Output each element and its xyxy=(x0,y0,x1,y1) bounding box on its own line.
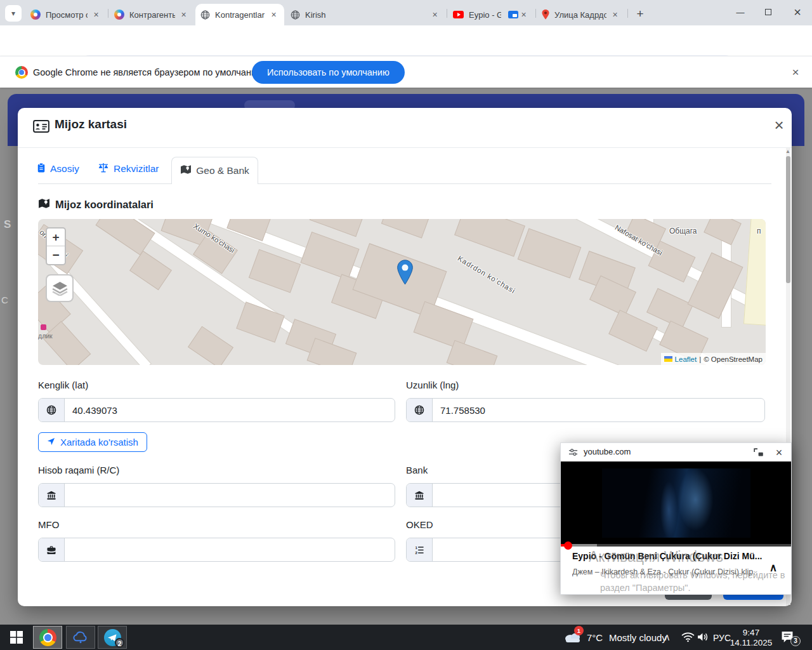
close-icon: × xyxy=(794,5,801,20)
expand-icon xyxy=(754,448,764,457)
minus-icon: − xyxy=(52,248,59,262)
modal-scrollbar-thumb[interactable] xyxy=(786,156,790,283)
show-on-map-button[interactable]: Xaritada ko'rsatish xyxy=(38,432,147,452)
pip-close-button[interactable]: × xyxy=(772,446,786,459)
start-button[interactable] xyxy=(5,626,28,649)
leaflet-map[interactable]: Xumo ko'chasi Kadrdon ko'chasi Nafosat k… xyxy=(38,219,766,365)
tab-deal-view[interactable]: Просмотр сделки × xyxy=(25,4,107,25)
pip-indicator-icon xyxy=(508,11,518,18)
mfo-input-group xyxy=(38,538,395,562)
pip-video[interactable] xyxy=(561,461,791,545)
weather-condition[interactable]: Mostly cloudy xyxy=(609,632,667,643)
lat-label: Kenglik (lat) xyxy=(38,380,88,390)
taskbar-cloud-app-button[interactable] xyxy=(66,626,95,649)
speaker-icon[interactable] xyxy=(697,632,709,644)
video-thumbnail xyxy=(602,468,750,538)
clock-date[interactable]: 14.11.2025 xyxy=(726,638,776,647)
section-title: Mijoz koordinatalari xyxy=(38,198,154,211)
browser-tabstrip: ▾ Просмотр сделки × Контрагенты - Sm × K… xyxy=(0,0,812,25)
weather-temp[interactable]: 7°C xyxy=(587,632,603,643)
poi-icon xyxy=(41,324,46,330)
tab-maps[interactable]: Улица Кадрдон, 2 × xyxy=(537,4,625,25)
lat-input[interactable] xyxy=(65,399,395,421)
chevron-down-icon: ▾ xyxy=(11,9,15,18)
tab-rekvizitlar[interactable]: Rekvizitlar xyxy=(98,162,159,175)
osm-link[interactable]: © OpenStreetMap xyxy=(704,355,763,363)
chevron-up-icon: ∧ xyxy=(769,562,777,574)
id-card-icon xyxy=(33,120,49,135)
close-icon[interactable]: × xyxy=(518,10,529,20)
pip-collapse-button[interactable]: ∧ xyxy=(765,560,782,576)
lng-input[interactable] xyxy=(433,399,764,421)
tab-title: Kirish xyxy=(305,10,426,20)
background-text-fragment: S xyxy=(4,218,11,231)
plus-icon: + xyxy=(52,230,59,244)
map-layers-button[interactable] xyxy=(46,274,74,302)
tab-title: Улица Кадрдон, 2 xyxy=(554,10,606,20)
window-maximize-button[interactable] xyxy=(755,0,782,24)
tab-youtube[interactable]: Eypio - Gömün × xyxy=(448,4,534,25)
close-icon[interactable]: × xyxy=(268,10,279,20)
modal-title: Mijoz kartasi xyxy=(55,117,127,131)
chrome-logo-icon xyxy=(15,66,28,79)
clock-time[interactable]: 9:47 xyxy=(728,628,774,637)
globe-favicon-icon xyxy=(291,10,300,20)
bank-icon xyxy=(39,484,65,507)
pip-progress-knob[interactable] xyxy=(564,541,572,550)
svg-text:2: 2 xyxy=(415,550,417,555)
bank-label: Bank xyxy=(406,465,428,475)
tune-icon xyxy=(568,448,578,460)
wifi-icon[interactable] xyxy=(681,632,695,645)
pip-expand-button[interactable] xyxy=(752,446,766,459)
cloud-app-icon xyxy=(72,631,89,644)
lng-label: Uzunlik (lng) xyxy=(406,380,459,390)
svg-text:1: 1 xyxy=(415,545,417,550)
tab-asosiy[interactable]: Asosiy xyxy=(37,162,79,175)
zoom-out-button[interactable]: − xyxy=(47,246,65,264)
globe-favicon-icon xyxy=(200,10,210,20)
tab-label: Geo & Bank xyxy=(196,165,249,176)
tab-kontragentlar-active[interactable]: Kontragentlar — s × xyxy=(195,4,284,25)
map-pin-favicon-icon xyxy=(542,10,549,20)
banner-close-button[interactable]: × xyxy=(788,65,803,79)
account-input-group xyxy=(38,483,395,507)
pip-window[interactable]: youtube.com × Eypio - Gömün Beni Çukura … xyxy=(560,442,792,595)
tab-geo-bank-active[interactable]: Geo & Bank xyxy=(171,157,258,184)
tab-title: Kontragentlar — s xyxy=(215,10,265,20)
tab-label: Asosiy xyxy=(50,163,79,175)
divider xyxy=(18,147,792,148)
show-on-map-label: Xaritada ko'rsatish xyxy=(60,437,138,448)
zoom-in-button[interactable]: + xyxy=(47,229,65,246)
place-label: п xyxy=(757,227,761,235)
taskbar-chrome-button[interactable] xyxy=(33,626,62,649)
close-icon[interactable]: × xyxy=(178,10,189,20)
modal-close-button[interactable]: × xyxy=(768,114,790,137)
tab-separator xyxy=(447,9,447,18)
windows-logo-icon xyxy=(10,631,23,644)
tab-kontragenty[interactable]: Контрагенты - Sm × xyxy=(109,4,194,25)
clipboard-icon xyxy=(37,162,46,175)
background-text-fragment: C xyxy=(1,295,8,305)
briefcase-icon xyxy=(39,538,65,561)
globe-icon xyxy=(407,399,433,421)
leaflet-link[interactable]: Leaflet xyxy=(675,355,697,363)
close-icon[interactable]: × xyxy=(429,10,440,20)
close-icon: × xyxy=(776,446,783,460)
plus-icon: + xyxy=(636,7,643,20)
taskbar-telegram-button[interactable]: 2 xyxy=(98,626,127,649)
mfo-input[interactable] xyxy=(65,538,395,561)
account-input[interactable] xyxy=(65,484,395,507)
tab-kirish[interactable]: Kirish × xyxy=(285,4,445,25)
pip-site-label: youtube.com xyxy=(584,447,631,456)
window-close-button[interactable]: × xyxy=(784,0,811,24)
window-minimize-button[interactable]: — xyxy=(727,0,754,24)
tray-chevron-up-icon[interactable]: ∧ xyxy=(664,632,671,643)
scroll-up-icon[interactable]: ▲ xyxy=(784,149,792,154)
map-marker-icon[interactable] xyxy=(396,260,414,288)
new-tab-button[interactable]: + xyxy=(632,6,648,22)
tabs-underline xyxy=(38,183,771,184)
tab-search-button[interactable]: ▾ xyxy=(5,5,22,22)
close-icon[interactable]: × xyxy=(91,10,102,20)
close-icon[interactable]: × xyxy=(610,10,620,20)
use-default-button[interactable]: Использовать по умолчанию xyxy=(252,61,405,84)
